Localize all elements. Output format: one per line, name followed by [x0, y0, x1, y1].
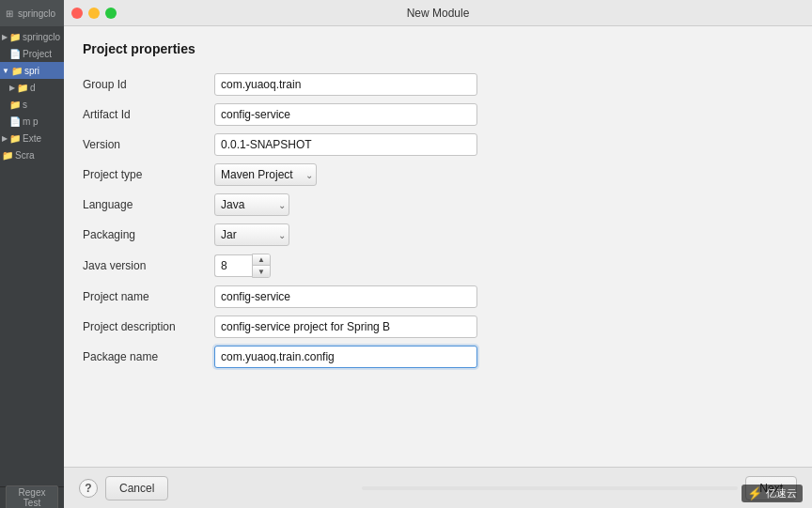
- project-type-field: Maven Project Gradle Project ⌄: [214, 160, 793, 190]
- panel-title: springclo: [18, 8, 55, 19]
- packaging-select-wrapper: Jar War ⌄: [214, 223, 289, 246]
- project-name-field: [214, 282, 793, 312]
- section-title: Project properties: [83, 41, 793, 56]
- regex-test-button[interactable]: Regex Test: [6, 485, 58, 508]
- group-id-input[interactable]: [214, 73, 477, 96]
- group-id-label: Group Id: [83, 73, 214, 96]
- title-bar-buttons: [71, 8, 117, 19]
- bottom-bar: Regex Test: [0, 487, 64, 508]
- cancel-button[interactable]: Cancel: [105, 476, 168, 500]
- progress-bar-area: [362, 486, 738, 490]
- package-name-field: [214, 342, 793, 372]
- dialog-content: Project properties Group Id Artifact Id …: [64, 26, 812, 467]
- project-description-label: Project description: [83, 316, 214, 338]
- panel-tree: ▶ 📁 springclo 📄 Project ▼ 📁 spri ▶ 📁 d 📁…: [0, 26, 64, 486]
- watermark-text: 亿速云: [766, 486, 797, 500]
- version-label: Version: [83, 133, 214, 156]
- language-select-wrapper: Java Kotlin Groovy ⌄: [214, 193, 289, 216]
- tree-item-project[interactable]: 📄 Project: [0, 45, 64, 62]
- footer-left: ? Cancel: [79, 476, 168, 500]
- close-button[interactable]: [71, 8, 83, 19]
- tree-item-scra[interactable]: 📁 Scra: [0, 146, 64, 163]
- project-description-field: [214, 312, 793, 342]
- watermark-logo-icon: ⚡: [747, 486, 762, 500]
- packaging-select[interactable]: Jar War: [214, 223, 289, 246]
- tree-item-s[interactable]: 📁 s: [0, 96, 64, 113]
- java-version-up[interactable]: ▲: [253, 254, 270, 266]
- maximize-button[interactable]: [105, 8, 117, 19]
- panel-bottom: Regex Test: [0, 486, 64, 508]
- group-id-field: [214, 69, 793, 100]
- help-button[interactable]: ?: [79, 479, 98, 498]
- form-grid: Group Id Artifact Id Version Project typ…: [83, 69, 793, 372]
- version-field: [214, 130, 793, 160]
- footer-right: Next: [362, 476, 797, 500]
- language-select[interactable]: Java Kotlin Groovy: [214, 193, 289, 216]
- java-version-spinner-buttons: ▲ ▼: [252, 254, 271, 278]
- artifact-id-label: Artifact Id: [83, 103, 214, 126]
- language-label: Language: [83, 193, 214, 216]
- window-title: New Module: [407, 7, 470, 20]
- java-version-input[interactable]: [214, 254, 252, 277]
- left-panel: ⊞ springclo ▶ 📁 springclo 📄 Project ▼ 📁 …: [0, 0, 64, 508]
- artifact-id-field: [214, 100, 793, 130]
- project-description-input[interactable]: [214, 316, 477, 338]
- java-version-down[interactable]: ▼: [253, 266, 270, 277]
- dialog-wrapper: New Module Project properties Group Id A…: [64, 0, 812, 508]
- package-name-label: Package name: [83, 346, 214, 368]
- project-name-input[interactable]: [214, 285, 477, 308]
- java-version-field: ▲ ▼: [214, 250, 793, 282]
- language-field: Java Kotlin Groovy ⌄: [214, 190, 793, 220]
- tree-item-d[interactable]: ▶ 📁 d: [0, 79, 64, 96]
- project-name-label: Project name: [83, 285, 214, 308]
- title-bar: New Module: [64, 0, 812, 26]
- panel-icon: ⊞: [6, 8, 13, 19]
- java-version-spinner: ▲ ▼: [214, 254, 793, 278]
- packaging-label: Packaging: [83, 223, 214, 246]
- java-version-label: Java version: [83, 254, 214, 277]
- project-type-select[interactable]: Maven Project Gradle Project: [214, 163, 317, 186]
- package-name-input[interactable]: [214, 346, 477, 368]
- watermark: ⚡ 亿速云: [742, 485, 803, 502]
- panel-header: ⊞ springclo: [0, 0, 64, 26]
- tree-item-exte[interactable]: ▶ 📁 Exte: [0, 130, 64, 146]
- artifact-id-input[interactable]: [214, 103, 477, 126]
- dialog-footer: ? Cancel Next: [64, 467, 812, 508]
- minimize-button[interactable]: [88, 8, 100, 19]
- project-type-select-wrapper: Maven Project Gradle Project ⌄: [214, 163, 317, 186]
- tree-item-mp[interactable]: 📄 m p: [0, 113, 64, 130]
- project-type-label: Project type: [83, 163, 214, 186]
- packaging-field: Jar War ⌄: [214, 220, 793, 250]
- tree-item-spri[interactable]: ▼ 📁 spri: [0, 62, 64, 79]
- tree-item-springclo[interactable]: ▶ 📁 springclo: [0, 28, 64, 45]
- version-input[interactable]: [214, 133, 477, 156]
